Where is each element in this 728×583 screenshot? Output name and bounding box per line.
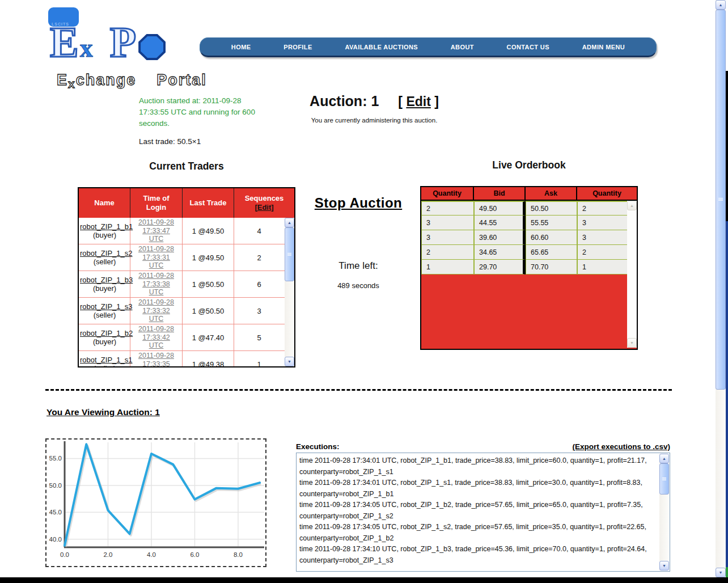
trader-name-link[interactable]: robot_ZIP_1_b3 xyxy=(80,276,133,284)
execution-entry: time 2011-09-28 17:34:05 UTC, robot_ZIP_… xyxy=(299,500,656,522)
current-traders-table: Name Time ofLogin Last Trade Sequences [… xyxy=(78,187,295,367)
traders-scrollbar[interactable]: ▲ ▼ xyxy=(285,218,294,366)
trader-name-link[interactable]: robot_ZIP_1_b2 xyxy=(80,329,133,337)
nav-item-profile[interactable]: PROFILE xyxy=(283,44,312,50)
login-time-link[interactable]: 2011-09-2817:33:38UTC xyxy=(138,272,174,297)
executions-log: time 2011-09-28 17:34:01 UTC, robot_ZIP_… xyxy=(296,453,670,572)
dashed-divider xyxy=(45,389,672,391)
logo-letter-x: x xyxy=(80,35,93,61)
trader-row: robot_ZIP_1_s1(seller) 2011-09-2817:33:3… xyxy=(79,351,294,366)
time-left-label: Time left: xyxy=(311,260,406,272)
export-csv-link[interactable]: (Export executions to .csv) xyxy=(572,442,670,451)
executions-label: Executions: xyxy=(296,442,340,451)
orderbook-header: Quantity Bid Ask Quantity xyxy=(421,187,637,201)
orderbook-row: 3 39.60 60.60 3 xyxy=(421,230,637,245)
bottom-bar xyxy=(0,577,728,583)
trader-row: robot_ZIP_1_s2(seller) 2011-09-2817:33:3… xyxy=(79,244,294,271)
edit-auction-link[interactable]: Edit xyxy=(406,94,430,109)
y-tick-label: 50.0 xyxy=(49,482,62,489)
exchange-portal-page: LSCITS ExP ExchangePortal HOME PROFILE A… xyxy=(0,0,728,583)
login-time-link[interactable]: 2011-09-2817:33:42UTC xyxy=(138,325,174,350)
edge-strip xyxy=(726,567,728,577)
trader-row: robot_ZIP_1_b1(buyer) 2011-09-2817:33:47… xyxy=(79,218,294,244)
trader-name-link[interactable]: robot_ZIP_1_s2 xyxy=(80,249,133,257)
scroll-down-icon[interactable]: ▼ xyxy=(285,357,294,366)
trader-row: robot_ZIP_1_b2(buyer) 2011-09-2817:33:42… xyxy=(79,324,294,351)
scroll-up-icon[interactable]: ▲ xyxy=(659,454,669,463)
trader-name-link[interactable]: robot_ZIP_1_s1 xyxy=(80,356,133,364)
scroll-thumb[interactable] xyxy=(285,227,294,281)
main-nav: HOME PROFILE AVAILABLE AUCTIONS ABOUT CO… xyxy=(200,37,657,57)
stop-auction-link[interactable]: Stop Auction xyxy=(315,195,402,210)
scroll-down-icon[interactable]: ▼ xyxy=(659,561,669,571)
line-chart-svg: 40.045.050.055.00.02.04.06.08.0 xyxy=(46,440,265,566)
orderbook-scrollbar[interactable]: ▲ ▼ xyxy=(627,201,637,348)
orderbook-row: 2 49.50 50.50 2 xyxy=(421,201,637,216)
login-time-link[interactable]: 2011-09-2817:33:31UTC xyxy=(138,245,174,270)
login-time-link[interactable]: 2011-09-2817:33:47UTC xyxy=(138,218,174,243)
execution-entry: time 2011-09-28 17:34:01 UTC, robot_ZIP_… xyxy=(299,478,656,500)
logo-letter-p: P xyxy=(110,20,136,64)
execution-entry: time 2011-09-28 17:34:05 UTC, robot_ZIP_… xyxy=(299,522,656,544)
executions-scrollbar[interactable]: ▲ ▼ xyxy=(659,454,669,571)
viewing-auction-title: You Are Viewing Auction: 1 xyxy=(46,407,160,417)
scroll-thumb[interactable] xyxy=(716,10,726,390)
x-tick-label: 8.0 xyxy=(234,551,243,558)
orderbook-row: 3 44.55 55.55 3 xyxy=(421,216,637,230)
live-orderbook-table: Quantity Bid Ask Quantity 2 49.50 50.50 … xyxy=(420,186,638,350)
y-tick-label: 45.0 xyxy=(49,509,62,516)
nav-item-about[interactable]: ABOUT xyxy=(451,44,474,50)
login-time-link[interactable]: 2011-09-2817:33:35UTC xyxy=(138,352,174,366)
execution-entry: time 2011-09-28 17:34:10 UTC, robot_ZIP_… xyxy=(299,544,656,566)
x-tick-label: 0.0 xyxy=(60,551,69,558)
trader-name-link[interactable]: robot_ZIP_1_b1 xyxy=(80,222,133,231)
scroll-down-icon[interactable]: ▼ xyxy=(716,568,726,577)
admin-note: You are currently administering this auc… xyxy=(266,117,482,124)
price-line xyxy=(65,444,260,546)
scroll-down-icon[interactable]: ▼ xyxy=(627,338,637,348)
logo-tagline: ExchangePortal xyxy=(57,71,207,91)
auction-started-text: Auction started at: 2011-09-28 17:33:55 … xyxy=(139,95,268,129)
orderbook-body: 2 49.50 50.50 2 3 44.55 55.55 3 3 39.60 … xyxy=(421,201,637,348)
nav-item-home[interactable]: HOME xyxy=(231,44,251,50)
trade-price-chart: 40.045.050.055.00.02.04.06.08.0 xyxy=(45,438,266,567)
scroll-up-icon[interactable]: ▲ xyxy=(285,218,294,227)
current-traders-heading: Current Traders xyxy=(78,160,295,172)
edge-strip xyxy=(726,0,728,71)
login-time-link[interactable]: 2011-09-2817:33:32UTC xyxy=(138,298,174,323)
trader-row: robot_ZIP_1_s3(seller) 2011-09-2817:33:3… xyxy=(79,298,294,324)
y-tick-label: 55.0 xyxy=(49,455,62,462)
nav-item-admin-menu[interactable]: ADMIN MENU xyxy=(582,44,625,50)
sequences-edit-link[interactable]: Edit xyxy=(257,203,272,212)
trader-row: robot_ZIP_1_b3(buyer) 2011-09-2817:33:38… xyxy=(79,271,294,298)
x-tick-label: 4.0 xyxy=(147,551,156,558)
traders-table-body: robot_ZIP_1_b1(buyer) 2011-09-2817:33:47… xyxy=(79,218,294,366)
y-tick-label: 40.0 xyxy=(49,536,62,543)
x-tick-label: 6.0 xyxy=(190,551,199,558)
time-left-value: 489 seconds xyxy=(311,281,406,290)
scroll-up-icon[interactable]: ▲ xyxy=(716,0,726,10)
expo-logo: ExP xyxy=(50,20,166,64)
scroll-thumb[interactable] xyxy=(659,463,669,495)
octagon-icon xyxy=(138,34,166,60)
auction-title: Auction: 1 xyxy=(310,93,379,109)
traders-table-header: Name Time ofLogin Last Trade Sequences [… xyxy=(79,188,294,218)
x-tick-label: 2.0 xyxy=(103,551,112,558)
page-scrollbar[interactable]: ▲ ▼ xyxy=(716,0,726,577)
scroll-up-icon[interactable]: ▲ xyxy=(627,201,637,210)
nav-item-available-auctions[interactable]: AVAILABLE AUCTIONS xyxy=(345,44,418,50)
edge-strip xyxy=(726,71,728,221)
edge-strip xyxy=(726,221,728,567)
orderbook-row: 2 34.65 65.65 2 xyxy=(421,245,637,260)
logo-letter-e: E xyxy=(50,20,79,64)
nav-item-contact-us[interactable]: CONTACT US xyxy=(507,44,549,50)
execution-entry: time 2011-09-28 17:34:01 UTC, robot_ZIP_… xyxy=(299,455,656,478)
orderbook-row: 1 29.70 70.70 1 xyxy=(421,260,637,274)
trader-name-link[interactable]: robot_ZIP_1_s3 xyxy=(80,302,133,311)
live-orderbook-heading: Live Orderbook xyxy=(420,159,638,171)
last-trade-text: Last trade: 50.5×1 xyxy=(139,137,201,146)
